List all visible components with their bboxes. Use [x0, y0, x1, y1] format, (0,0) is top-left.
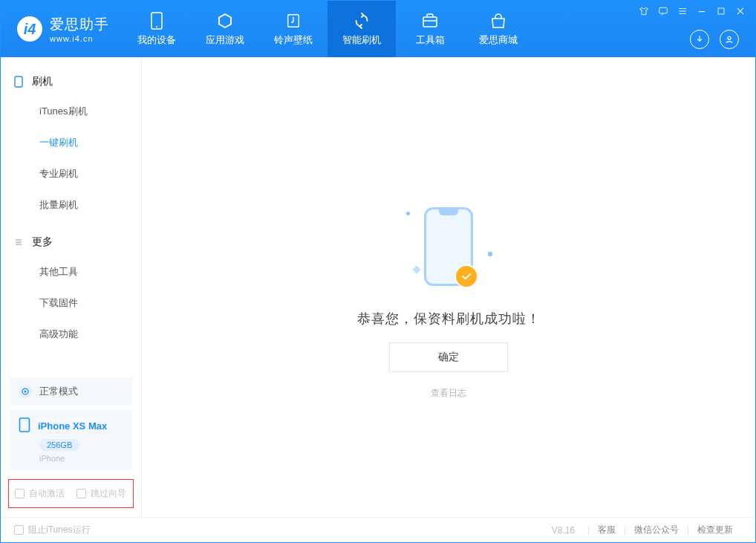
sidebar-item-download-firmware[interactable]: 下载固件: [1, 287, 141, 319]
feedback-icon[interactable]: [656, 4, 671, 19]
nav-label: 我的设备: [137, 33, 176, 47]
checkbox-label: 阻止iTunes运行: [28, 524, 91, 536]
phone-icon: [147, 11, 166, 30]
nav-tabs: 我的设备 应用游戏 铃声壁纸 智能刷机: [123, 1, 532, 57]
shop-icon: [489, 11, 508, 30]
view-log-link[interactable]: 查看日志: [431, 387, 466, 400]
briefcase-icon: [420, 11, 440, 30]
music-icon: [284, 11, 303, 30]
phone-small-icon: [14, 76, 25, 88]
nav-label: 铃声壁纸: [274, 33, 313, 47]
svg-rect-11: [20, 418, 30, 432]
svg-rect-5: [659, 7, 668, 13]
options-row-highlighted: 自动激活 跳过向导: [8, 479, 134, 508]
checkbox-label: 跳过向导: [91, 487, 126, 500]
sidebar: 刷机 iTunes刷机 一键刷机 专业刷机 批量刷机 更多 其他工具 下载固件 …: [1, 57, 142, 517]
svg-point-7: [728, 36, 731, 39]
checkbox-block-itunes[interactable]: 阻止iTunes运行: [14, 524, 91, 536]
list-icon: [14, 238, 25, 247]
side-group-flash[interactable]: 刷机: [1, 68, 141, 96]
checkbox-auto-activate[interactable]: 自动激活: [15, 487, 65, 500]
nav-tab-store[interactable]: 爱思商城: [464, 1, 532, 57]
footer-link-wechat[interactable]: 微信公众号: [625, 524, 688, 536]
checkbox-icon: [76, 489, 86, 498]
svg-point-10: [25, 391, 27, 393]
nav-label: 工具箱: [416, 33, 445, 47]
cube-icon: [215, 11, 235, 30]
tshirt-icon[interactable]: [636, 4, 651, 19]
sidebar-item-pro-flash[interactable]: 专业刷机: [1, 158, 141, 189]
checkbox-icon: [14, 525, 24, 535]
side-group-more[interactable]: 更多: [1, 228, 141, 256]
success-message: 恭喜您，保资料刷机成功啦！: [357, 310, 541, 328]
footer-link-support[interactable]: 客服: [589, 524, 625, 536]
menu-icon[interactable]: [675, 4, 690, 19]
sparkle-icon: [406, 212, 410, 215]
app-logo-icon: i4: [17, 16, 42, 42]
sidebar-item-itunes-flash[interactable]: iTunes刷机: [1, 96, 141, 127]
user-button[interactable]: [720, 30, 739, 49]
phone-illustration: [424, 207, 473, 286]
maximize-button[interactable]: [714, 4, 729, 19]
nav-tab-toolbox[interactable]: 工具箱: [396, 1, 464, 57]
device-storage-badge: 256GB: [39, 439, 79, 451]
device-name: iPhone XS Max: [38, 420, 107, 432]
footer: 阻止iTunes运行 V8.16 客服 微信公众号 检查更新: [1, 517, 755, 542]
close-button[interactable]: [733, 4, 748, 19]
mode-icon: [19, 385, 32, 398]
logo-block: i4 爱思助手 www.i4.cn: [1, 1, 123, 57]
ok-button[interactable]: 确定: [389, 342, 508, 372]
svg-point-3: [291, 21, 293, 23]
success-illustration: [400, 198, 497, 295]
device-info-card[interactable]: iPhone XS Max 256GB iPhone: [10, 410, 132, 470]
logo-text: 爱思助手 www.i4.cn: [50, 15, 109, 43]
nav-label: 应用游戏: [206, 33, 244, 47]
svg-point-1: [156, 26, 157, 27]
download-button[interactable]: [690, 30, 709, 49]
sidebar-item-advanced[interactable]: 高级功能: [1, 319, 141, 350]
sparkle-icon: [488, 252, 492, 256]
app-name-cn: 爱思助手: [50, 15, 109, 34]
body: 刷机 iTunes刷机 一键刷机 专业刷机 批量刷机 更多 其他工具 下载固件 …: [1, 57, 755, 517]
title-right: [630, 1, 755, 57]
nav-tab-ringtone-wallpaper[interactable]: 铃声壁纸: [259, 1, 328, 57]
main-panel: 恭喜您，保资料刷机成功啦！ 确定 查看日志: [142, 57, 755, 517]
device-area: 正常模式 iPhone XS Max 256GB iPhone 自动激活: [1, 367, 141, 517]
device-mode-label: 正常模式: [39, 385, 78, 398]
minimize-button[interactable]: [694, 4, 709, 19]
checkbox-skip-guide[interactable]: 跳过向导: [76, 487, 126, 500]
svg-rect-6: [718, 8, 724, 14]
side-group-label: 更多: [32, 235, 53, 249]
phone-outline-icon: [19, 417, 30, 435]
sidebar-item-onekey-flash[interactable]: 一键刷机: [1, 127, 141, 158]
version-label: V8.16: [552, 525, 575, 536]
flash-result: 恭喜您，保资料刷机成功啦！ 确定 查看日志: [142, 198, 755, 400]
footer-link-update[interactable]: 检查更新: [688, 524, 742, 536]
titlebar: i4 爱思助手 www.i4.cn 我的设备 应用游戏: [1, 1, 755, 57]
svg-rect-8: [15, 77, 22, 87]
refresh-icon: [352, 11, 371, 30]
checkbox-label: 自动激活: [29, 487, 65, 500]
sidebar-item-other-tools[interactable]: 其他工具: [1, 256, 141, 287]
nav-tab-apps-games[interactable]: 应用游戏: [191, 1, 259, 57]
sparkle-icon: [412, 265, 420, 273]
checkbox-icon: [15, 489, 25, 498]
nav-tab-my-device[interactable]: 我的设备: [123, 1, 191, 57]
nav-label: 爱思商城: [479, 33, 518, 47]
footer-right: V8.16 客服 微信公众号 检查更新: [552, 524, 742, 536]
check-circle-icon: [454, 264, 478, 288]
app-window: i4 爱思助手 www.i4.cn 我的设备 应用游戏: [0, 0, 756, 543]
sidebar-item-batch-flash[interactable]: 批量刷机: [1, 189, 141, 221]
device-os-label: iPhone: [39, 454, 123, 463]
window-controls: [636, 1, 749, 22]
app-name-en: www.i4.cn: [50, 34, 109, 43]
device-mode-card[interactable]: 正常模式: [10, 377, 132, 406]
side-group-label: 刷机: [32, 75, 53, 88]
svg-rect-4: [423, 17, 437, 27]
account-controls: [690, 22, 749, 57]
nav-label: 智能刷机: [342, 33, 381, 47]
nav-tab-smart-flash[interactable]: 智能刷机: [328, 1, 396, 57]
side-list: 刷机 iTunes刷机 一键刷机 专业刷机 批量刷机 更多 其他工具 下载固件 …: [1, 57, 141, 367]
